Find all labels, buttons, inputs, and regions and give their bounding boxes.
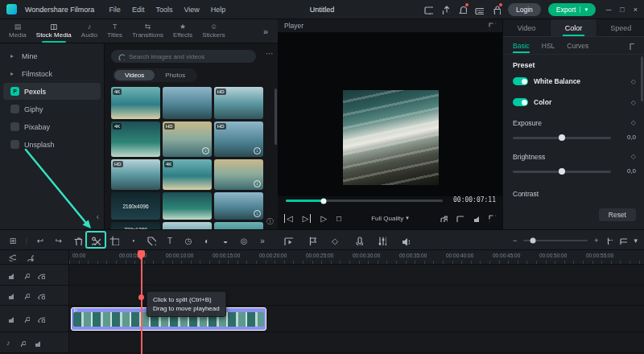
seek-handle[interactable] (320, 198, 326, 204)
menu-edit[interactable]: Edit (132, 6, 145, 14)
playhead-drag-dot[interactable] (138, 294, 144, 300)
track-lock-icon[interactable] (22, 315, 30, 323)
speed-icon[interactable]: ◔ (125, 233, 141, 249)
white-balance-toggle[interactable] (513, 77, 528, 85)
stock-video-thumbnail[interactable] (163, 222, 212, 229)
stock-video-thumbnail[interactable]: ↓ (214, 192, 263, 220)
keyframe-diamond-icon[interactable]: ◇ (631, 119, 636, 126)
tab-titles[interactable]: TTitles (103, 22, 126, 40)
subtab-curves[interactable]: Curves (567, 39, 588, 53)
sidebar-item-unsplash[interactable]: Unsplash (3, 136, 101, 153)
timeline-view-icon[interactable] (619, 237, 627, 245)
stock-video-thumbnail[interactable]: 4K (111, 87, 160, 119)
redo-icon[interactable]: ↪ (51, 233, 67, 249)
info-icon[interactable]: ⓘ (266, 216, 274, 227)
collapse-sidebar-icon[interactable]: ‹ (97, 212, 99, 221)
download-icon[interactable]: ↓ (254, 210, 261, 217)
snap-magnet-icon[interactable] (605, 237, 613, 245)
view-options-caret-icon[interactable]: ▾ (634, 237, 638, 245)
stock-video-thumbnail[interactable]: 2160x4096 (111, 192, 160, 220)
login-button[interactable]: Login (508, 3, 541, 16)
preview-stage[interactable] (278, 32, 502, 196)
stock-video-thumbnail[interactable]: ↓ (214, 159, 263, 190)
zoom-slider-handle[interactable] (530, 238, 536, 244)
marker-icon[interactable] (303, 233, 320, 249)
more-tabs-icon[interactable]: » (263, 27, 273, 36)
filter-photos[interactable]: Photos (155, 70, 196, 80)
search-options-icon[interactable]: ⋯ (266, 49, 274, 58)
subtab-basic[interactable]: Basic (513, 39, 530, 53)
save-preset-icon[interactable] (626, 42, 634, 50)
video-track[interactable] (0, 286, 644, 306)
color-correction-icon[interactable]: ◐ (199, 233, 215, 249)
shop-bag-icon[interactable] (491, 5, 501, 14)
playhead-handle[interactable] (138, 250, 145, 257)
search-input[interactable] (129, 53, 250, 60)
menu-tools[interactable]: Tools (155, 6, 172, 14)
close-button[interactable]: × (634, 6, 638, 14)
stock-video-thumbnail[interactable]: HD (214, 87, 263, 119)
stock-video-thumbnail[interactable]: HD↓ (163, 121, 212, 157)
track-mute-icon[interactable] (33, 339, 41, 347)
grid-scrollbar[interactable] (275, 88, 277, 145)
tab-audio[interactable]: ♪Audio (77, 22, 101, 40)
search-bar[interactable] (111, 50, 256, 63)
download-icon[interactable]: ↓ (254, 147, 261, 154)
audio-mixer-icon[interactable] (374, 233, 390, 249)
filter-videos[interactable]: Videos (114, 70, 155, 80)
reset-button[interactable]: Reset (599, 208, 636, 221)
properties-scrollbar[interactable] (641, 56, 643, 101)
track-lock-icon[interactable] (22, 291, 30, 299)
exposure-value[interactable]: 0,0 (627, 134, 636, 141)
stock-video-thumbnail[interactable]: 720x1280 (111, 222, 160, 229)
manage-tracks-icon[interactable] (8, 253, 16, 261)
tab-media[interactable]: ▤Media (5, 22, 31, 40)
link-clips-icon[interactable] (26, 253, 34, 261)
menu-view[interactable]: View (184, 6, 199, 14)
sidebar-item-pixabay[interactable]: Pixabay (3, 118, 101, 135)
more-tools-icon[interactable]: » (254, 233, 270, 249)
stock-video-thumbnail[interactable] (214, 222, 263, 229)
timer-icon[interactable]: ◷ (180, 233, 196, 249)
menu-file[interactable]: File (109, 6, 121, 14)
project-title[interactable]: Untitled (310, 6, 335, 14)
export-caret-icon[interactable]: ▾ (580, 6, 588, 13)
maximize-button[interactable]: □ (620, 6, 624, 14)
zoom-in-icon[interactable]: + (594, 237, 598, 245)
trash-icon[interactable] (69, 233, 85, 249)
previous-frame-button[interactable]: ◁ (284, 214, 293, 223)
display-device-icon[interactable] (456, 214, 464, 222)
speaker-icon[interactable] (472, 214, 480, 222)
track-visibility-icon[interactable] (37, 271, 45, 279)
fullscreen-icon[interactable] (488, 214, 496, 222)
keyframe-icon[interactable]: ◇ (327, 233, 343, 249)
snapshot-camera-icon[interactable] (440, 214, 448, 222)
time-ruler[interactable]: 00:00 00:00:05:00 00:00:10:00 00:00:15:0… (69, 250, 644, 265)
undo-icon[interactable]: ↩ (32, 233, 48, 249)
keyframe-diamond-icon[interactable]: ◇ (631, 78, 636, 85)
tab-color[interactable]: Color (551, 19, 597, 36)
expand-player-icon[interactable] (488, 22, 496, 30)
stock-video-thumbnail[interactable]: HD↓ (214, 121, 263, 157)
mask-icon[interactable]: ◒ (217, 233, 233, 249)
sidebar-item-filmstock[interactable]: ▸Filmstock (3, 65, 101, 82)
playhead[interactable] (141, 250, 142, 354)
render-preview-icon[interactable] (280, 233, 296, 249)
subtab-hsl[interactable]: HSL (542, 39, 555, 53)
sidebar-item-mine[interactable]: ▸Mine (3, 47, 101, 64)
notification-bell-icon[interactable] (457, 5, 467, 14)
tab-stock-media[interactable]: ◫Stock Media (32, 22, 76, 40)
motion-track-icon[interactable]: ◎ (236, 233, 252, 249)
export-button[interactable]: Export▾ (548, 3, 596, 16)
minimize-button[interactable]: ─ (606, 6, 611, 14)
text-tool-icon[interactable]: T (162, 233, 178, 249)
monitor-icon[interactable] (423, 5, 433, 14)
stock-video-thumbnail[interactable] (163, 87, 212, 119)
share-icon[interactable] (440, 5, 450, 14)
quality-selector[interactable]: Full Quality▾ (371, 215, 409, 222)
track-mute-icon[interactable] (6, 271, 14, 279)
media-view-icon[interactable]: ⊞ (5, 233, 21, 249)
sidebar-item-pexels[interactable]: PPexels (3, 83, 101, 100)
play-button[interactable]: ▷ (320, 214, 327, 223)
download-icon[interactable]: ↓ (202, 147, 209, 154)
